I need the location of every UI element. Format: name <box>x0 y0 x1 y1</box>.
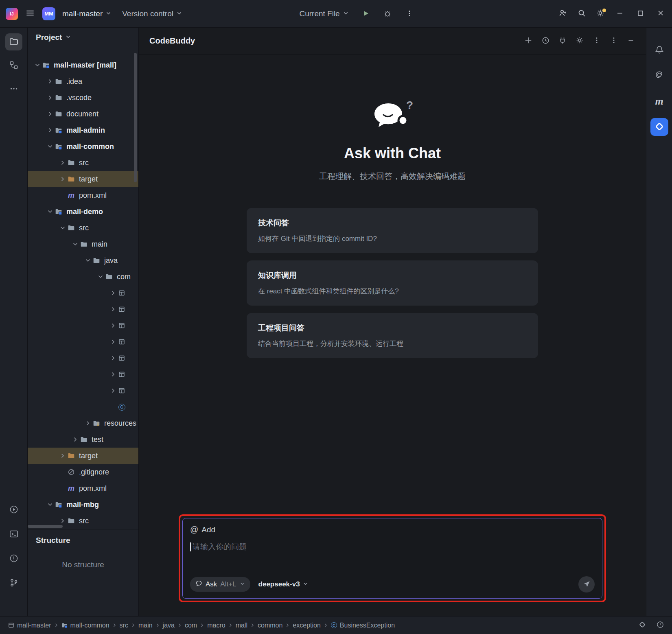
chevron-down-icon[interactable] <box>96 273 105 280</box>
tree-row[interactable]: .gitignore <box>28 464 138 480</box>
ai-assistant-button[interactable] <box>651 68 668 85</box>
add-context-button[interactable]: @ Add <box>190 525 595 534</box>
breadcrumb-item[interactable]: exception <box>290 621 323 630</box>
codebuddy-sidebar-button[interactable] <box>650 118 668 136</box>
tree-row[interactable] <box>28 366 138 383</box>
problems-status-button[interactable] <box>654 619 666 632</box>
codebuddy-settings-button[interactable] <box>573 35 587 48</box>
structure-panel-title[interactable]: Structure <box>28 529 138 548</box>
app-logo-icon[interactable]: IJ <box>6 8 18 20</box>
settings-button[interactable] <box>591 5 609 22</box>
breadcrumb-item[interactable]: com <box>182 621 199 630</box>
chevron-right-icon[interactable] <box>109 387 117 394</box>
tree-row[interactable]: resources <box>28 415 138 431</box>
chevron-right-icon[interactable] <box>109 339 117 345</box>
run-configuration-select[interactable]: Current File <box>296 6 352 22</box>
tree-row[interactable]: .vscode <box>28 90 138 106</box>
toolwindow-options-button[interactable] <box>607 35 621 48</box>
tree-row[interactable]: java <box>28 252 138 269</box>
breadcrumb-item[interactable]: macro <box>205 621 228 630</box>
tree-row[interactable]: C <box>28 399 138 415</box>
tree-row[interactable] <box>28 317 138 334</box>
breadcrumb-item[interactable]: common <box>255 621 285 630</box>
horizontal-scrollbar[interactable] <box>28 525 63 528</box>
tree-row[interactable]: mpom.xml <box>28 187 138 203</box>
tree-row[interactable]: target <box>28 171 138 187</box>
suggestion-card-knowledge-base[interactable]: 知识库调用 在 react 中函数式组件和类组件的区别是什么? <box>247 260 538 306</box>
suggestion-card-tech-qa[interactable]: 技术问答 如何在 Git 中回退到指定的 commit ID? <box>247 208 538 253</box>
breadcrumb-item[interactable]: CBusinessException <box>328 621 397 630</box>
chevron-right-icon[interactable] <box>59 176 67 182</box>
tree-row[interactable] <box>28 350 138 366</box>
chevron-right-icon[interactable] <box>46 127 54 133</box>
plugin-button[interactable] <box>556 35 569 48</box>
chevron-right-icon[interactable] <box>59 518 67 524</box>
close-button[interactable] <box>651 0 670 28</box>
debug-button[interactable] <box>379 5 396 22</box>
tree-row[interactable] <box>28 285 138 301</box>
tree-row[interactable]: document <box>28 106 138 122</box>
suggestion-card-project-qa[interactable]: 工程项目问答 结合当前项目工程，分析并安装环境、运行工程 <box>247 313 538 358</box>
chevron-right-icon[interactable] <box>71 436 79 443</box>
history-button[interactable] <box>538 35 552 48</box>
tree-row[interactable] <box>28 334 138 350</box>
tree-row[interactable]: mall-common <box>28 138 138 155</box>
codebuddy-status-button[interactable] <box>636 619 648 632</box>
chat-input-container[interactable]: @ Add 请输入你的问题 Ask Alt+L <box>182 518 602 599</box>
minimize-button[interactable] <box>610 0 630 28</box>
chevron-right-icon[interactable] <box>109 355 117 361</box>
breadcrumb-item[interactable]: src <box>117 621 131 630</box>
chevron-right-icon[interactable] <box>109 306 117 313</box>
more-actions-button[interactable] <box>401 5 418 22</box>
tree-row[interactable]: src <box>28 220 138 236</box>
chevron-right-icon[interactable] <box>59 160 67 166</box>
tool-git-button[interactable] <box>5 575 22 592</box>
tool-terminal-button[interactable] <box>5 526 22 543</box>
mode-select-button[interactable]: Ask Alt+L <box>190 577 250 592</box>
new-chat-button[interactable] <box>521 35 535 48</box>
chevron-right-icon[interactable] <box>109 290 117 296</box>
chevron-right-icon[interactable] <box>46 111 54 117</box>
search-everywhere-button[interactable] <box>573 5 591 22</box>
tree-row[interactable]: mpom.xml <box>28 480 138 496</box>
chat-input-field[interactable]: 请输入你的问题 <box>190 542 595 552</box>
tree-row[interactable] <box>28 383 138 399</box>
tree-row[interactable]: main <box>28 236 138 252</box>
chevron-down-icon[interactable] <box>71 241 79 247</box>
more-tool-windows-button[interactable] <box>5 81 22 98</box>
notifications-button[interactable] <box>651 42 668 59</box>
tree-row[interactable]: .idea <box>28 73 138 90</box>
breadcrumb-item[interactable]: mall-common <box>59 621 112 630</box>
chevron-right-icon[interactable] <box>109 322 117 329</box>
tree-row[interactable]: mall-master [mall] <box>28 57 138 73</box>
breadcrumb-item[interactable]: java <box>160 621 177 630</box>
tree-row[interactable]: mall-admin <box>28 122 138 138</box>
chevron-right-icon[interactable] <box>59 453 67 459</box>
tree-row[interactable] <box>28 301 138 317</box>
tree-row[interactable]: mall-demo <box>28 203 138 220</box>
project-switcher[interactable]: mall-master <box>59 6 115 22</box>
chevron-right-icon[interactable] <box>46 78 54 85</box>
main-menu-button[interactable] <box>21 5 39 22</box>
chevron-down-icon[interactable] <box>59 225 67 231</box>
chevron-down-icon[interactable] <box>33 62 42 68</box>
chevron-down-icon[interactable] <box>46 501 54 508</box>
chevron-right-icon[interactable] <box>109 371 117 378</box>
chevron-right-icon[interactable] <box>46 94 54 101</box>
run-button[interactable] <box>357 5 374 22</box>
tree-row[interactable]: com <box>28 269 138 285</box>
tree-row[interactable]: test <box>28 431 138 448</box>
chevron-right-icon[interactable] <box>84 420 92 426</box>
maven-button[interactable]: m <box>651 93 668 110</box>
tool-structure-button[interactable] <box>5 57 22 74</box>
model-select-button[interactable]: deepseek-v3 <box>258 580 308 588</box>
chevron-down-icon[interactable] <box>46 143 54 150</box>
vertical-scrollbar[interactable] <box>134 53 137 182</box>
tree-row[interactable]: src <box>28 155 138 171</box>
tree-row[interactable]: target <box>28 448 138 464</box>
tool-project-button[interactable] <box>5 33 22 50</box>
tool-services-button[interactable] <box>5 501 22 518</box>
vcs-widget[interactable]: Version control <box>118 6 186 22</box>
hide-toolwindow-button[interactable] <box>624 35 638 48</box>
tree-row[interactable]: mall-mbg <box>28 496 138 513</box>
